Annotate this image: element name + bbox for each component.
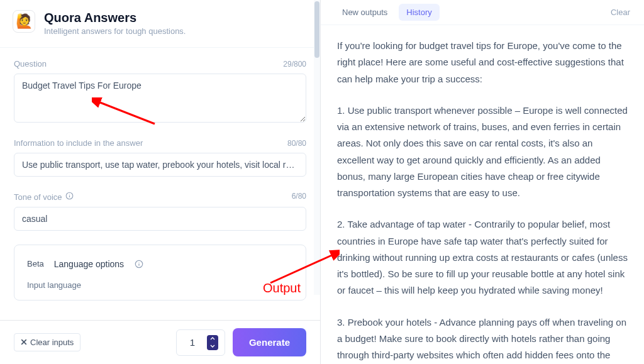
question-label: Question (14, 59, 47, 69)
output-content: If you're looking for budget travel tips… (321, 25, 644, 364)
output-intro: If you're looking for budget travel tips… (337, 38, 628, 87)
tab-history[interactable]: History (399, 4, 439, 21)
scrollbar-thumb[interactable] (314, 1, 319, 58)
output-item-1: 1. Use public transport whenever possibl… (337, 102, 628, 202)
chevron-up-icon[interactable] (207, 335, 218, 343)
tab-new-outputs[interactable]: New outputs (335, 4, 395, 21)
tone-input[interactable] (14, 207, 306, 231)
info-icon (134, 259, 144, 269)
close-icon (21, 338, 27, 347)
beta-badge: Beta (27, 259, 44, 268)
svg-point-2 (69, 194, 70, 194)
question-input[interactable] (14, 74, 306, 123)
language-options-title: Language options (54, 259, 124, 269)
tone-label: Tone of voice (14, 190, 74, 202)
app-header: 🙋 Quora Answers Intelligent answers for … (0, 0, 320, 48)
output-count-stepper[interactable] (176, 329, 225, 356)
question-counter: 29/800 (283, 60, 306, 69)
information-counter: 80/80 (287, 139, 306, 148)
annotation-output-label: Output (263, 281, 301, 295)
output-item-3: 3. Prebook your hotels - Advance plannin… (337, 314, 628, 364)
chevron-down-icon[interactable] (207, 343, 218, 350)
input-language-label: Input language (27, 280, 293, 290)
info-icon (64, 190, 74, 201)
app-subtitle: Intelligent answers for tough questions. (44, 26, 186, 36)
clear-output-button[interactable]: Clear (611, 8, 630, 17)
clear-inputs-button[interactable]: Clear inputs (14, 333, 80, 351)
output-item-2: 2. Take advantage of tap water - Contrar… (337, 216, 628, 299)
app-title: Quora Answers (44, 10, 186, 25)
app-logo: 🙋 (13, 10, 35, 33)
svg-point-5 (139, 262, 140, 262)
information-input[interactable] (14, 153, 306, 177)
generate-button[interactable]: Generate (233, 328, 306, 356)
information-label: Information to include in the answer (14, 138, 143, 148)
scrollbar[interactable] (314, 0, 320, 295)
tone-counter: 6/80 (292, 192, 306, 201)
output-count-input[interactable] (183, 337, 202, 348)
